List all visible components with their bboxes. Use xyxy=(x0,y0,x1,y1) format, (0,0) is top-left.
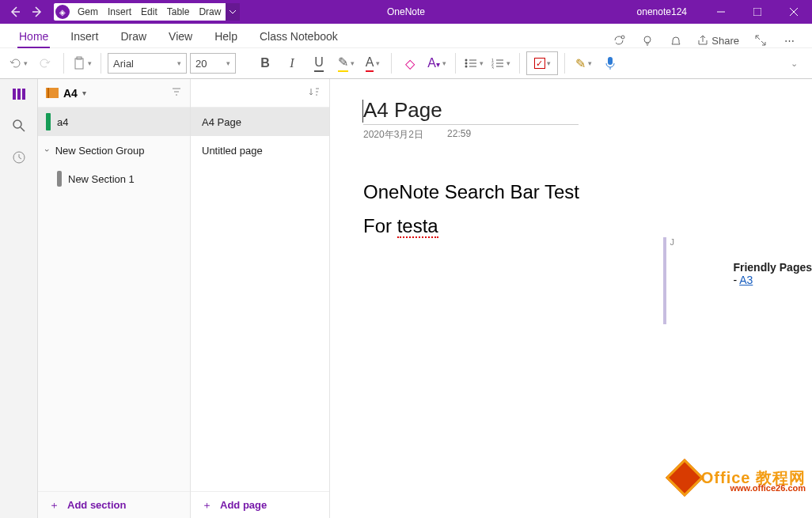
page-content[interactable]: OneNote Search Bar Test For testa xyxy=(363,175,779,243)
toolbar-expand[interactable]: ⌄ xyxy=(782,51,806,75)
forward-icon[interactable] xyxy=(32,6,43,17)
maximize-button[interactable] xyxy=(739,0,776,24)
watermark: Office 教程网 www.office26.com xyxy=(671,464,806,491)
section-color-icon xyxy=(46,113,51,130)
title-bar: ◈ Gem Insert Edit Table Draw OneNote one… xyxy=(0,0,812,24)
number-list-button[interactable]: 123 xyxy=(489,51,513,75)
section-new-section-1[interactable]: New Section 1 xyxy=(38,164,190,193)
bell-icon[interactable] xyxy=(669,33,683,47)
share-button[interactable]: Share xyxy=(697,33,739,47)
more-icon[interactable]: ⋯ xyxy=(782,33,796,47)
back-icon[interactable] xyxy=(9,6,21,17)
svg-text:3: 3 xyxy=(491,66,494,69)
chevron-down-icon: › xyxy=(43,149,52,152)
font-color-button[interactable]: A xyxy=(361,51,385,75)
svg-rect-3 xyxy=(75,59,83,69)
undo-button[interactable] xyxy=(6,51,30,75)
recent-icon[interactable] xyxy=(12,150,26,164)
section-group[interactable]: › New Section Group xyxy=(38,136,190,164)
quick-access-expand[interactable] xyxy=(226,3,240,21)
minimize-button[interactable] xyxy=(703,0,739,24)
page-canvas[interactable]: A4 Page 2020年3月2日 22:59 OneNote Search B… xyxy=(330,79,812,518)
sort-icon[interactable] xyxy=(171,86,182,100)
tab-draw[interactable]: Draw xyxy=(109,25,157,47)
svg-point-2 xyxy=(644,36,651,43)
selection-bar xyxy=(663,237,666,324)
gem-menu[interactable]: ◈ Gem Insert Edit Table Draw xyxy=(54,3,226,21)
notebook-icon xyxy=(46,88,59,98)
lightbulb-icon[interactable] xyxy=(640,33,655,47)
notebook-selector[interactable]: A4 ▾ xyxy=(38,79,190,108)
svg-rect-11 xyxy=(608,57,613,65)
svg-point-5 xyxy=(465,59,468,62)
tab-help[interactable]: Help xyxy=(203,25,249,47)
italic-button[interactable]: I xyxy=(280,51,304,75)
tab-insert[interactable]: Insert xyxy=(59,25,109,47)
svg-point-7 xyxy=(465,66,468,68)
clipboard-button[interactable] xyxy=(70,51,94,75)
bullet-list-button[interactable] xyxy=(462,51,486,75)
svg-point-15 xyxy=(13,120,21,128)
styles-button[interactable]: A▾ xyxy=(425,51,449,75)
search-icon[interactable] xyxy=(12,119,26,133)
svg-rect-12 xyxy=(13,89,16,100)
add-section-button[interactable]: ＋ Add section xyxy=(38,491,190,518)
svg-point-6 xyxy=(465,62,468,65)
bold-button[interactable]: B xyxy=(253,51,277,75)
section-a4[interactable]: a4 xyxy=(38,108,190,136)
dictate-button[interactable] xyxy=(598,51,622,75)
page-time: 22:59 xyxy=(447,128,471,142)
user-name[interactable]: onenote124 xyxy=(621,6,703,17)
author-initial: J xyxy=(670,237,675,247)
clear-formatting-button[interactable]: ◇ xyxy=(398,51,422,75)
ribbon-tabs: Home Insert Draw View Help Class Noteboo… xyxy=(0,24,812,47)
page-panel: A4 Page Untitled page ＋ Add page xyxy=(191,79,330,518)
sub-section-icon xyxy=(57,171,62,187)
sync-icon[interactable] xyxy=(612,33,626,47)
underline-button[interactable]: U xyxy=(307,51,331,75)
friendly-pages-panel: Friendly Pages - A3 xyxy=(733,261,812,286)
fullscreen-icon[interactable] xyxy=(753,33,768,47)
svg-rect-13 xyxy=(17,89,21,100)
page-title[interactable]: A4 Page xyxy=(363,98,579,125)
redo-button[interactable] xyxy=(33,51,57,75)
svg-rect-0 xyxy=(753,8,761,16)
font-size-select[interactable]: 20 xyxy=(190,53,236,74)
format-toolbar: Arial 20 B I U ✎ A ◇ A▾ 123 ✓▾ ✎ ⌄ xyxy=(0,47,812,79)
plus-icon: ＋ xyxy=(49,498,59,512)
tab-home[interactable]: Home xyxy=(8,25,59,47)
highlight-button[interactable]: ✎ xyxy=(334,51,358,75)
page-sort-icon[interactable] xyxy=(309,86,320,100)
svg-rect-14 xyxy=(22,89,25,100)
plus-icon: ＋ xyxy=(202,498,212,512)
page-item-untitled[interactable]: Untitled page xyxy=(191,136,329,164)
left-gutter xyxy=(0,79,38,518)
font-select[interactable]: Arial xyxy=(108,53,187,74)
tab-view[interactable]: View xyxy=(157,25,203,47)
section-panel: A4 ▾ a4 › New Section Group New Section … xyxy=(38,79,191,518)
notebooks-icon[interactable] xyxy=(12,87,26,101)
page-date: 2020年3月2日 xyxy=(363,128,423,142)
friendly-page-link[interactable]: A3 xyxy=(739,274,753,286)
todo-tag-button[interactable]: ✓▾ xyxy=(526,51,558,75)
close-button[interactable] xyxy=(776,0,812,24)
add-page-button[interactable]: ＋ Add page xyxy=(191,491,329,518)
tag-button[interactable]: ✎ xyxy=(571,51,595,75)
gem-icon: ◈ xyxy=(55,5,70,19)
tab-class-notebook[interactable]: Class Notebook xyxy=(249,25,349,47)
page-item-a4[interactable]: A4 Page xyxy=(191,108,329,136)
